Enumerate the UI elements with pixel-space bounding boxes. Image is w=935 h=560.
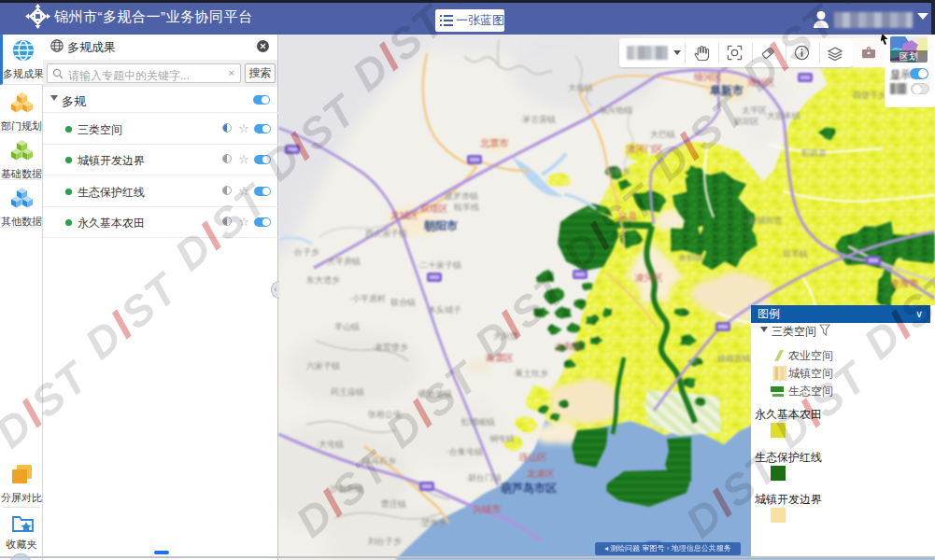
svg-text:·金城街道: ·金城街道 bbox=[745, 216, 782, 225]
svg-text:西大营子镇: 西大营子镇 bbox=[365, 229, 407, 238]
svg-text:虹螺岘镇: 虹螺岘镇 bbox=[461, 417, 495, 427]
svg-text:·沙后所镇: ·沙后所镇 bbox=[327, 484, 363, 494]
svg-text:大平房镇: 大平房镇 bbox=[327, 257, 361, 266]
svg-text:阜新市: 阜新市 bbox=[709, 84, 744, 97]
svg-text:·大固本镇: ·大固本镇 bbox=[764, 111, 800, 120]
svg-text:联合镇: 联合镇 bbox=[390, 298, 416, 307]
svg-text:·四堡子乡: ·四堡子乡 bbox=[850, 91, 886, 100]
svg-text:·茅古营镇: ·茅古营镇 bbox=[519, 115, 556, 124]
svg-text:新邱区: 新邱区 bbox=[734, 117, 759, 126]
svg-text:凌河区: 凌河区 bbox=[635, 273, 663, 283]
svg-text:东大道乡: 东大道乡 bbox=[305, 275, 340, 285]
svg-text:·望海乡: ·望海乡 bbox=[418, 518, 446, 527]
svg-text:葫芦岛市区: 葫芦岛市区 bbox=[500, 482, 557, 495]
svg-text:鞍羊线: 鞍羊线 bbox=[454, 203, 479, 212]
svg-text:白马石乡: 白马石乡 bbox=[362, 456, 396, 466]
svg-text:兴城市: 兴城市 bbox=[473, 504, 502, 514]
svg-text:国华乡: 国华乡 bbox=[605, 167, 630, 176]
svg-text:张相公屯: 张相公屯 bbox=[368, 410, 402, 419]
svg-text:彰武县: 彰武县 bbox=[801, 148, 827, 158]
svg-text:木头城子: 木头城子 bbox=[428, 305, 461, 315]
svg-text:凌海市: 凌海市 bbox=[890, 278, 919, 288]
svg-text:·二十家子镇: ·二十家子镇 bbox=[417, 260, 461, 270]
svg-text:·台集屯镇: ·台集屯镇 bbox=[446, 447, 483, 456]
svg-text:·小平房村: ·小平房村 bbox=[349, 294, 386, 303]
svg-text:朝阳市: 朝阳市 bbox=[423, 219, 458, 232]
svg-text:南票区: 南票区 bbox=[486, 353, 514, 363]
svg-text:连山区: 连山区 bbox=[519, 452, 547, 462]
svg-text:暖池塘镇: 暖池塘镇 bbox=[418, 389, 452, 399]
svg-text:双羊镇: 双羊镇 bbox=[782, 249, 808, 259]
svg-text:北票市: 北票市 bbox=[480, 138, 509, 148]
svg-text:娘娘宫镇: 娘娘宫镇 bbox=[717, 354, 751, 363]
svg-text:曹庄镇: 曹庄镇 bbox=[380, 499, 406, 509]
svg-text:大兴堡: 大兴堡 bbox=[493, 331, 518, 341]
svg-text:·福兴地镇: ·福兴地镇 bbox=[596, 105, 632, 115]
svg-text:·台子乡: ·台子乡 bbox=[291, 247, 319, 257]
svg-text:·大屯镇: ·大屯镇 bbox=[316, 440, 344, 449]
svg-text:细河区: 细河区 bbox=[694, 72, 722, 82]
svg-text:波罗赤镇: 波罗赤镇 bbox=[445, 191, 478, 201]
svg-text:钢屯镇: 钢屯镇 bbox=[489, 434, 515, 443]
svg-text:·新台门镇: ·新台门镇 bbox=[465, 473, 502, 483]
svg-text:太平区: 太平区 bbox=[742, 105, 767, 115]
svg-text:义县: 义县 bbox=[618, 211, 638, 221]
svg-text:刘台子乡: 刘台子乡 bbox=[368, 537, 402, 546]
svg-text:·黄土坎乡: ·黄土坎乡 bbox=[512, 369, 548, 378]
svg-text:大巴镇: 大巴镇 bbox=[650, 130, 675, 139]
svg-text:龙城区: 龙城区 bbox=[390, 210, 418, 220]
svg-text:海州区: 海州区 bbox=[747, 77, 775, 88]
svg-text:清河门区: 清河门区 bbox=[626, 144, 663, 154]
svg-text:·老官堡乡: ·老官堡乡 bbox=[372, 343, 408, 352]
svg-text:大板镇: 大板镇 bbox=[568, 83, 593, 92]
svg-text:六家子镇: 六家子镇 bbox=[306, 361, 340, 371]
svg-text:龙港区: 龙港区 bbox=[527, 469, 555, 479]
svg-text:太和区: 太和区 bbox=[555, 342, 583, 352]
svg-text:双塔区: 双塔区 bbox=[420, 203, 448, 214]
svg-text:羊山镇: 羊山镇 bbox=[334, 322, 360, 331]
svg-text:余积镇: 余积镇 bbox=[678, 253, 703, 262]
svg-text:药王庙镇: 药王庙镇 bbox=[331, 387, 364, 397]
